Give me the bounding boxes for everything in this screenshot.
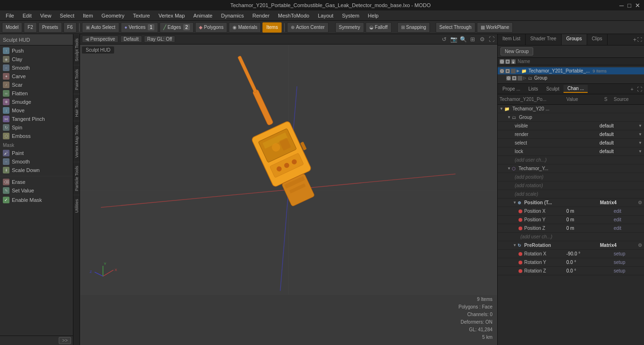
side-tab-utilities[interactable]: Utilities xyxy=(73,195,80,217)
root-render[interactable] xyxy=(505,69,510,73)
chan-row-root[interactable]: ▼ 📁 Techamor_Y20 ... xyxy=(498,105,644,113)
chan-tab-prope[interactable]: Prope ... xyxy=(499,85,524,92)
menu-vertex-map[interactable]: Vertex Map xyxy=(155,12,189,19)
menu-render[interactable]: Render xyxy=(249,12,273,19)
root-expand-icon[interactable]: ▶ xyxy=(517,69,519,73)
menu-file[interactable]: File xyxy=(2,12,18,19)
tool-flatten[interactable]: ═ Flatten xyxy=(0,89,73,98)
chan-row-render[interactable]: render default ▼ xyxy=(498,130,644,139)
workplane-button[interactable]: ▦ WorkPlane xyxy=(477,22,513,33)
menu-dynamics[interactable]: Dynamics xyxy=(217,12,248,19)
chan-row-rot-z[interactable]: Rotation Z 0.0 ° setup xyxy=(498,267,644,275)
tool-smooth-sculpt[interactable]: ~ Smooth xyxy=(0,64,73,72)
expand-button[interactable]: >> xyxy=(59,337,71,344)
tool-paint-mask[interactable]: 🖌 Paint xyxy=(0,149,73,157)
edges-button[interactable]: ╱ Edges 2 xyxy=(160,22,194,33)
chan-row-pos-x[interactable]: Position X 0 m edit xyxy=(498,207,644,216)
tool-emboss[interactable]: ⬡ Emboss xyxy=(0,132,73,140)
minimize-button[interactable]: ─ xyxy=(619,2,624,9)
group-expand-icon[interactable]: ▷ xyxy=(523,76,526,80)
chan-row-pos-y[interactable]: Position Y 0 m edit xyxy=(498,216,644,224)
tree-group-node[interactable]: ▷ 🗂 Group xyxy=(498,74,644,82)
menu-help[interactable]: Help xyxy=(364,12,383,19)
menu-texture[interactable]: Texture xyxy=(129,12,154,19)
viewport-3d[interactable]: X Y Z Sculpt HUD 9 Items Polygons : Face… xyxy=(80,45,497,345)
select-through-button[interactable]: Select Through xyxy=(436,22,475,33)
row-pos-gear[interactable]: ⚙ xyxy=(638,200,642,205)
falloff-button[interactable]: ◒ Falloff xyxy=(366,22,392,33)
presets-button[interactable]: Presets xyxy=(38,22,62,33)
camera-icon[interactable]: 📷 xyxy=(450,36,457,43)
close-button[interactable]: ✕ xyxy=(635,2,640,9)
vertices-button[interactable]: ● Vertices 1 xyxy=(121,22,158,33)
tab-clips[interactable]: Clips xyxy=(587,34,608,45)
row-pos-z-src[interactable]: edit xyxy=(614,226,642,231)
chan-row-rot-y[interactable]: Rotation Y 0.0 ° setup xyxy=(498,258,644,267)
refresh-icon[interactable]: ↺ xyxy=(440,36,448,43)
model-mode-button[interactable]: Model xyxy=(2,22,22,33)
action-center-button[interactable]: ⊕ Action Center xyxy=(287,22,329,33)
tab-shader-tree[interactable]: Shader Tree xyxy=(526,34,562,45)
row-group-expand[interactable]: ▼ xyxy=(507,115,511,119)
tool-carve[interactable]: ✦ Carve xyxy=(0,72,73,81)
settings-icon[interactable]: ⚙ xyxy=(478,36,486,43)
chan-row-add-rot[interactable]: (add rotation) xyxy=(498,182,644,190)
chan-row-lock[interactable]: lock default ▼ xyxy=(498,147,644,156)
snapping-button[interactable]: ⊞ Snapping xyxy=(397,22,430,33)
menu-select[interactable]: Select xyxy=(56,12,78,19)
menu-meshtomodo[interactable]: MeshToModo xyxy=(274,12,313,19)
symmetry-button[interactable]: Symmetry xyxy=(335,22,364,33)
chan-row-add-user2[interactable]: (add user ch...) xyxy=(498,233,644,241)
tool-set-value[interactable]: ✎ Set Value xyxy=(0,186,73,195)
tab-item-list[interactable]: Item List xyxy=(498,34,526,45)
row-techamor-expand[interactable]: ▼ xyxy=(507,166,511,171)
chan-tab-sculpt[interactable]: Sculpt xyxy=(542,85,563,92)
chan-row-add-scale[interactable]: (add scale) xyxy=(498,190,644,199)
tool-move[interactable]: ↕ Move xyxy=(0,106,73,115)
maximize-button[interactable]: □ xyxy=(627,2,631,9)
f2-button[interactable]: F2 xyxy=(24,22,37,33)
tool-smooth-mask[interactable]: ~ Smooth xyxy=(0,157,73,166)
row-visible-dropdown[interactable]: ▼ xyxy=(638,124,642,128)
row-root-expand[interactable]: ▼ xyxy=(500,107,503,111)
chan-row-add-user[interactable]: (add user ch...) xyxy=(498,156,644,164)
row-rot-x-src[interactable]: setup xyxy=(614,251,642,256)
menu-edit[interactable]: Edit xyxy=(19,12,36,19)
chan-row-pos-z[interactable]: Position Z 0 m edit xyxy=(498,224,644,233)
chan-row-add-pos[interactable]: (add position) xyxy=(498,173,644,182)
menu-animate[interactable]: Animate xyxy=(189,12,216,19)
ray-gl-button[interactable]: Ray GL: Off xyxy=(144,36,176,43)
chan-row-prerot-group[interactable]: ▼ ↻ PreRotation Matrix4 ⚙ xyxy=(498,241,644,250)
row-pos-x-src[interactable]: edit xyxy=(614,209,642,214)
expand-panel-icon[interactable]: ⛶ xyxy=(637,37,642,42)
default-button[interactable]: Default xyxy=(120,36,142,43)
auto-select-button[interactable]: ▣ Auto Select xyxy=(82,22,119,33)
chan-tab-lists[interactable]: Lists xyxy=(525,85,542,92)
chan-row-group[interactable]: ▼ 🗂 Group xyxy=(498,113,644,122)
window-controls[interactable]: ─ □ ✕ xyxy=(619,2,640,9)
root-lock[interactable] xyxy=(511,69,516,73)
tool-push[interactable]: ↑ Push xyxy=(0,46,73,55)
f6-button[interactable]: F6 xyxy=(63,22,77,33)
new-group-button[interactable]: New Group xyxy=(501,47,533,55)
tool-scar[interactable]: / Scar xyxy=(0,81,73,89)
row-pos-expand[interactable]: ▼ xyxy=(513,200,517,205)
tool-spin[interactable]: ↻ Spin xyxy=(0,123,73,132)
row-render-dropdown[interactable]: ▼ xyxy=(638,132,642,136)
side-tab-paint-tools[interactable]: Paint Tools xyxy=(73,65,80,94)
chan-tab-chan[interactable]: Chan ... xyxy=(564,85,588,93)
menu-system[interactable]: System xyxy=(338,12,363,19)
row-pos-y-src[interactable]: edit xyxy=(614,217,642,222)
tree-root-node[interactable]: ▶ 📁 Techamor_Y201_Portable_... 9 Items xyxy=(498,67,644,74)
chan-row-position-group[interactable]: ▼ ⊕ Position (T... Matrix4 ⚙ xyxy=(498,199,644,207)
group-lock[interactable] xyxy=(518,76,522,81)
tool-erase[interactable]: ⌫ Erase xyxy=(0,178,73,186)
side-tab-hair-tools[interactable]: Hair Tools xyxy=(73,94,80,121)
row-lock-dropdown[interactable]: ▼ xyxy=(638,149,642,154)
chan-row-rot-x[interactable]: Rotation X -90.0 ° setup xyxy=(498,250,644,258)
chan-expand-icon[interactable]: ⛶ xyxy=(637,86,642,92)
add-tab-button[interactable]: + xyxy=(633,36,636,43)
materials-button[interactable]: ◉ Materials xyxy=(229,22,261,33)
row-rot-z-src[interactable]: setup xyxy=(614,268,642,273)
menu-view[interactable]: View xyxy=(36,12,55,19)
